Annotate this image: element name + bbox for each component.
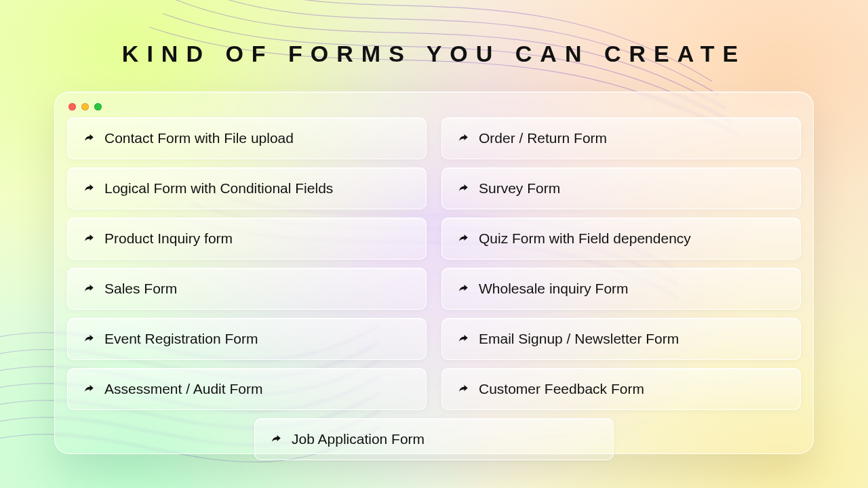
share-arrow-icon — [83, 132, 95, 144]
form-type-item[interactable]: Customer Feedback Form — [441, 368, 801, 410]
form-type-item[interactable]: Logical Form with Conditional Fields — [67, 167, 427, 209]
traffic-zoom-icon — [94, 103, 102, 110]
share-arrow-icon — [457, 132, 469, 144]
form-type-item[interactable]: Survey Form — [441, 167, 801, 209]
form-type-label: Contact Form with File upload — [104, 130, 294, 146]
form-type-label: Email Signup / Newsletter Form — [479, 331, 679, 347]
share-arrow-icon — [457, 283, 469, 295]
form-type-label: Logical Form with Conditional Fields — [104, 180, 333, 197]
form-type-label: Sales Form — [104, 281, 177, 297]
share-arrow-icon — [457, 383, 469, 395]
window-card: Contact Form with File upload Order / Re… — [54, 92, 814, 454]
form-type-item[interactable]: Wholesale inquiry Form — [441, 268, 801, 310]
window-traffic-lights — [67, 102, 801, 117]
form-type-item[interactable]: Event Registration Form — [67, 318, 427, 360]
form-type-item[interactable]: Assessment / Audit Form — [67, 368, 427, 410]
form-type-item[interactable]: Contact Form with File upload — [67, 117, 427, 159]
share-arrow-icon — [83, 383, 95, 395]
share-arrow-icon — [83, 283, 95, 295]
share-arrow-icon — [457, 232, 469, 245]
form-type-item[interactable]: Quiz Form with Field dependency — [441, 218, 801, 260]
form-type-label: Survey Form — [479, 180, 560, 197]
form-type-label: Assessment / Audit Form — [104, 381, 262, 397]
form-type-item[interactable]: Product Inquiry form — [67, 218, 427, 260]
form-type-item[interactable]: Order / Return Form — [441, 117, 801, 159]
form-type-grid: Contact Form with File upload Order / Re… — [67, 117, 801, 460]
form-type-label: Order / Return Form — [479, 130, 607, 146]
form-type-label: Wholesale inquiry Form — [479, 281, 629, 297]
form-type-item[interactable]: Email Signup / Newsletter Form — [441, 318, 801, 360]
share-arrow-icon — [457, 182, 469, 195]
form-type-label: Customer Feedback Form — [479, 381, 644, 397]
form-type-label: Job Application Form — [292, 431, 425, 447]
share-arrow-icon — [83, 333, 95, 345]
share-arrow-icon — [270, 433, 282, 445]
form-type-item[interactable]: Job Application Form — [254, 418, 614, 460]
form-type-label: Product Inquiry form — [104, 230, 233, 247]
traffic-close-icon — [68, 103, 76, 110]
share-arrow-icon — [83, 182, 95, 195]
share-arrow-icon — [83, 232, 95, 245]
stage: KIND OF FORMS YOU CAN CREATE Contact For… — [0, 0, 868, 488]
form-type-item[interactable]: Sales Form — [67, 268, 427, 310]
share-arrow-icon — [457, 333, 469, 345]
form-type-label: Quiz Form with Field dependency — [479, 230, 691, 247]
form-type-label: Event Registration Form — [104, 331, 258, 347]
traffic-minimize-icon — [81, 103, 89, 110]
page-title: KIND OF FORMS YOU CAN CREATE — [0, 41, 868, 67]
